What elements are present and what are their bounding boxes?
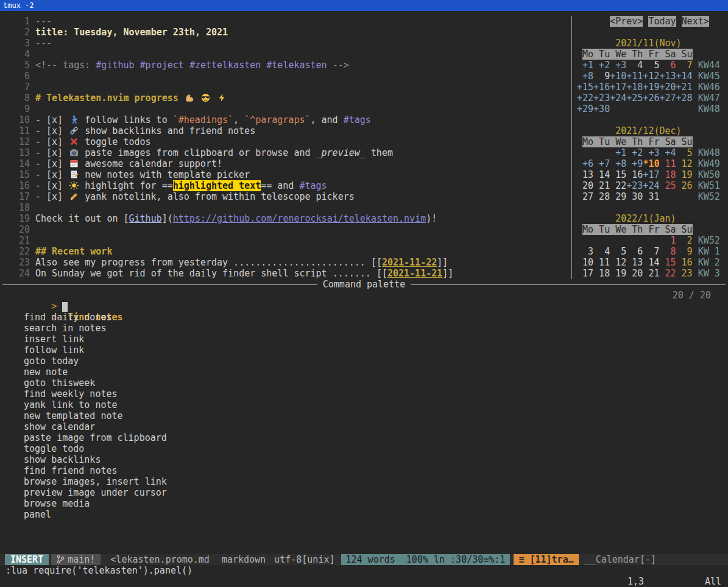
palette-item[interactable]: find weekly notes [0,388,728,399]
calendar-day-run[interactable]: +6 +7 +8 +9 [577,158,643,169]
text-run [693,82,698,93]
calendar-day-run[interactable]: 10 11 12 13 14 [577,257,659,268]
text-run: #project [140,60,184,71]
github-link[interactable]: Github [129,213,162,224]
calendar-day-run[interactable]: 6 [659,60,676,71]
text-run [211,93,217,104]
palette-item[interactable]: browse images, insert link [0,476,728,487]
tab-segment[interactable]: ≡ [11]tra… [514,554,578,565]
calendar-prev-button[interactable]: <Prev> [610,16,643,27]
palette-item[interactable]: show backlinks [0,454,728,465]
editor-line: 5<!-- tags: #github #project #zettelkast… [0,60,571,71]
calendar-row: 20 21 22+23+24 25 26 KW51 [572,180,728,191]
palette-item[interactable]: search in notes [0,323,728,334]
calendar-day-run[interactable]: +17 [643,169,659,180]
calendar-window-label: __Calendar[-] [585,554,656,565]
url-link[interactable]: https://github.com/renerocksai/telekaste… [173,213,426,224]
text-run: Also see my progress from yesterday ....… [35,257,382,268]
calendar-day-run[interactable]: 8 [659,246,676,257]
statusline: INSERT main! <lekasten.promo.md markdown… [0,554,728,565]
calendar-day-run[interactable]: +29+30 [577,104,610,114]
wiki-link[interactable]: 2021-11-22 [382,257,437,268]
cross-mark-icon [68,136,79,147]
editor-line: 22## Recent work [0,246,571,257]
calendar-day-run[interactable]: +22+23+24+25+26+27+28 [577,93,693,104]
calendar-day-run[interactable]: 9 [676,246,693,257]
palette-item[interactable]: new templated note [0,410,728,421]
calendar-day-run[interactable]: +15+16+17+18+19+20+21 [577,82,693,93]
prompt-caret: > [51,301,57,312]
palette-item[interactable]: goto today [0,356,728,367]
palette-item[interactable]: find daily notes [0,312,728,323]
calendar-day-run[interactable]: 25 [659,180,676,191]
calendar-day-run[interactable]: 12 [676,158,693,169]
weekday-header: Mo Tu We Th Fr Sa Su [582,49,693,60]
calendar-row: 2021/11(Nov) [572,38,728,49]
calendar-day-run[interactable]: 9 [593,71,610,82]
calendar-day-run[interactable]: 7 [676,60,693,71]
calendar-day-run[interactable]: 13 14 15 16 [577,169,643,180]
text-run: ]] [442,268,453,279]
palette-item[interactable]: yank link to note [0,399,728,410]
editor-line: 13- [x] paste images from clipboard or b… [0,147,571,158]
week-number: KW47 [698,93,720,104]
line-number: 4 [8,49,30,60]
palette-item[interactable]: follow link [0,345,728,356]
calendar-day-run[interactable]: 20 21 22 [577,180,626,191]
calendar-day-run[interactable]: 3 4 5 6 7 [577,246,659,257]
text-run [577,49,582,60]
calendar-sidebar[interactable]: <Prev> Today Next> 2021/11(Nov) Mo Tu We… [571,16,728,279]
text-run: - [x] [35,114,68,125]
editor-line: 17- [x] yank notelink, also from within … [0,191,571,202]
palette-item[interactable]: browse media [0,498,728,509]
calendar-next-button[interactable]: Next> [682,16,709,27]
calendar-day-run[interactable]: 5 [676,147,693,158]
calendar-day-run[interactable]: 19 [676,169,693,180]
git-branch-segment[interactable]: main! [51,554,101,565]
calendar-day-run[interactable]: 4 5 [626,60,659,71]
text-run: ## Recent work [35,246,112,257]
text-run: )! [426,213,437,224]
text-run: ]( [162,213,173,224]
today-marker[interactable]: *10 [643,158,659,169]
palette-item[interactable]: show calendar [0,421,728,432]
palette-item[interactable]: paste image from clipboard [0,432,728,443]
wiki-link[interactable]: 2021-11-21 [387,268,442,279]
palette-item[interactable]: goto thisweek [0,378,728,388]
palette-item[interactable]: find friend notes [0,465,728,476]
calendar-day-run[interactable]: +1 +2 +3 [577,60,626,71]
text-run: them [366,147,393,158]
palette-item[interactable]: toggle todo [0,443,728,454]
calendar-today-button[interactable]: Today [648,16,676,27]
editor-pane[interactable]: 1---2title: Tuesday, November 23th, 2021… [0,16,571,279]
editor-line: 3--- [0,38,571,49]
palette-item[interactable]: panel [0,509,728,520]
palette-item[interactable]: insert link [0,334,728,345]
command-line[interactable]: :lua require('telekasten').panel() [0,565,728,576]
calendar-day-run[interactable]: +10+11+12+13+14 [610,71,692,82]
calendar-row: 3 4 5 6 7 8 9 KW 1 [572,246,728,257]
pencil-icon [68,191,79,202]
calendar-day-run[interactable]: +1 +2 +3 +4 [610,147,676,158]
palette-item[interactable]: preview image under cursor [0,487,728,498]
calendar-day-run[interactable]: +23+24 [626,180,659,191]
calendar-day-run[interactable]: 1 [659,235,676,246]
line-number: 6 [8,71,30,82]
calendar-day-run[interactable]: 23 [676,268,693,279]
calendar-day-run[interactable]: 15 [659,257,676,268]
palette-item[interactable]: new note [0,367,728,378]
calendar-day-run[interactable]: 11 [659,158,676,169]
calendar-day-run[interactable]: +8 [577,71,593,82]
calendar-day-run[interactable]: 2 [676,235,693,246]
calendar-day-run[interactable]: 17 18 19 20 21 [577,268,659,279]
palette-prompt-row[interactable]: > 20 / 20 [0,290,728,301]
text-run: # Telekasten.nvim progress [35,93,184,104]
calendar-day-run[interactable]: 27 28 29 30 31 [577,191,659,202]
calendar-day-run[interactable]: 26 [676,180,693,191]
calendar-day-run[interactable]: 16 [676,257,693,268]
week-number: KW52 [698,235,720,246]
calendar-day-run[interactable]: 18 [659,169,676,180]
calendar-day-run[interactable]: 22 [659,268,676,279]
line-number: 17 [8,191,30,202]
palette-selected-item[interactable]: >find notes [0,301,728,312]
